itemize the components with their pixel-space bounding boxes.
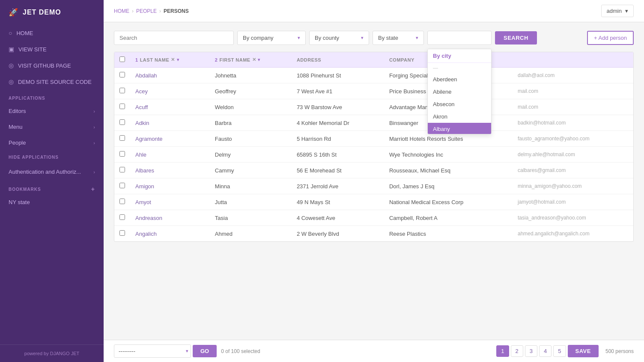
last-name-link[interactable]: Amigon <box>135 183 154 190</box>
address-cell: 4 Cowesett Ave <box>292 210 384 226</box>
email-cell: mail.com <box>513 99 633 115</box>
sidebar-item-auth[interactable]: Authentication and Authoriz... › <box>0 164 104 180</box>
select-all-checkbox[interactable] <box>119 56 125 62</box>
by-state-dropdown[interactable]: By state ▾ <box>373 31 424 45</box>
by-company-dropdown[interactable]: By company ▾ <box>237 31 306 45</box>
page-button-1[interactable]: 1 <box>496 345 509 357</box>
bulk-action-select[interactable]: --------- <box>114 344 191 358</box>
email-cell: tasia_andreason@yahoo.com <box>513 210 633 226</box>
row-checkbox[interactable] <box>119 151 125 157</box>
company-cell: National Medical Excess Corp <box>384 194 513 210</box>
first-name-header[interactable]: 2 FIRST NAME ✕ ▾ <box>210 52 292 68</box>
city-option-absecon[interactable]: Absecon <box>428 98 491 110</box>
first-name-cell: Tasia <box>210 210 292 226</box>
sidebar-nav: ○ HOME ▣ VIEW SITE ◎ VISIT GITHUB PAGE ◎… <box>0 25 104 344</box>
city-option-aberdeen[interactable]: Aberdeen <box>428 73 491 86</box>
add-bookmark-icon[interactable]: + <box>91 186 95 193</box>
hide-apps-label[interactable]: HIDE APPLICATIONS <box>0 151 104 164</box>
last-name-header[interactable]: 1 LAST NAME ✕ ▾ <box>130 52 210 68</box>
address-label: ADDRESS <box>297 57 321 62</box>
page-button-5[interactable]: 5 <box>553 345 566 357</box>
first-name-sort-arrow[interactable]: ▾ <box>258 57 260 62</box>
row-checkbox[interactable] <box>119 119 125 125</box>
row-checkbox-cell[interactable] <box>114 99 130 115</box>
row-checkbox-cell[interactable] <box>114 194 130 210</box>
first-name-cell: Johnetta <box>210 68 292 83</box>
last-name-link[interactable]: Adkin <box>135 120 149 126</box>
row-checkbox-cell[interactable] <box>114 147 130 163</box>
admin-dropdown[interactable]: admin ▾ <box>601 5 634 17</box>
sidebar-item-github[interactable]: ◎ VISIT GITHUB PAGE <box>0 57 104 74</box>
search-button[interactable]: SEARCH <box>495 31 537 45</box>
sidebar-item-menu[interactable]: Menu › <box>0 119 104 135</box>
row-checkbox-cell[interactable] <box>114 131 130 147</box>
row-checkbox[interactable] <box>119 230 125 236</box>
first-name-cell: Weldon <box>210 99 292 115</box>
persons-table-container: 1 LAST NAME ✕ ▾ 2 FIRST NAME ✕ ▾ <box>114 52 634 242</box>
row-checkbox[interactable] <box>119 199 125 204</box>
row-checkbox[interactable] <box>119 88 125 93</box>
breadcrumb-people[interactable]: PEOPLE <box>136 8 157 14</box>
last-name-link[interactable]: Acey <box>135 88 148 95</box>
last-name-link[interactable]: Agramonte <box>135 136 163 142</box>
row-checkbox-cell[interactable] <box>114 210 130 226</box>
email-cell: badkin@hotmail.com <box>513 115 633 131</box>
row-checkbox-cell[interactable] <box>114 226 130 242</box>
city-option-albany[interactable]: Albany <box>428 123 491 134</box>
admin-chevron-icon: ▾ <box>625 8 628 14</box>
bookmark-ny-state[interactable]: NY state <box>0 195 104 209</box>
last-name-link[interactable]: Abdallah <box>135 72 157 79</box>
last-name-cell: Agramonte <box>130 131 210 147</box>
search-input[interactable] <box>114 31 234 45</box>
city-option-abilene[interactable]: Abilene <box>428 86 491 98</box>
email-header <box>513 52 633 68</box>
address-cell: 7 West Ave #1 <box>292 83 384 99</box>
select-all-header[interactable] <box>114 52 130 68</box>
address-cell: 2371 Jerrold Ave <box>292 178 384 194</box>
row-checkbox[interactable] <box>119 72 125 77</box>
row-checkbox-cell[interactable] <box>114 68 130 83</box>
sidebar-item-demo-source[interactable]: ◎ DEMO SITE SOURCE CODE <box>0 74 104 90</box>
save-button[interactable]: SAVE <box>568 345 599 357</box>
go-button[interactable]: GO <box>193 345 217 357</box>
last-name-link[interactable]: Acuff <box>135 104 148 110</box>
last-name-link[interactable]: Angalich <box>135 231 157 237</box>
email-cell: dallah@aol.com <box>513 68 633 83</box>
table-row: Acey Geoffrey 7 West Ave #1 Price Busine… <box>114 83 633 99</box>
sidebar-item-editors[interactable]: Editors › <box>0 103 104 119</box>
last-name-cell: Acey <box>130 83 210 99</box>
city-option-akron[interactable]: Akron <box>428 110 491 123</box>
page-button-2[interactable]: 2 <box>511 345 523 357</box>
city-input[interactable] <box>427 31 492 45</box>
last-name-sort-x[interactable]: ✕ <box>171 57 175 62</box>
page-button-3[interactable]: 3 <box>525 345 537 357</box>
row-checkbox-cell[interactable] <box>114 163 130 178</box>
sidebar-item-home[interactable]: ○ HOME <box>0 25 104 41</box>
row-checkbox[interactable] <box>119 135 125 141</box>
row-checkbox[interactable] <box>119 214 125 220</box>
last-name-cell: Albares <box>130 163 210 178</box>
address-header: ADDRESS <box>292 52 384 68</box>
last-name-sort-arrow[interactable]: ▾ <box>177 57 179 62</box>
row-checkbox[interactable] <box>119 104 125 109</box>
sidebar-item-view-site[interactable]: ▣ VIEW SITE <box>0 41 104 57</box>
row-checkbox-cell[interactable] <box>114 178 130 194</box>
breadcrumb-home[interactable]: HOME <box>114 8 129 14</box>
add-person-button[interactable]: + Add person <box>587 31 634 45</box>
bookmarks-header: BOOKMARKS + <box>0 180 104 195</box>
last-name-link[interactable]: Amyot <box>135 199 151 205</box>
sidebar: 🚀 JET DEMO ○ HOME ▣ VIEW SITE ◎ VISIT GI… <box>0 0 104 362</box>
row-checkbox[interactable] <box>119 167 125 172</box>
row-checkbox-cell[interactable] <box>114 83 130 99</box>
last-name-link[interactable]: Ahle <box>135 151 146 158</box>
table-row: Abdallah Johnetta 1088 Pinehurst St Forg… <box>114 68 633 83</box>
page-button-4[interactable]: 4 <box>539 345 552 357</box>
by-county-dropdown[interactable]: By county ▾ <box>309 31 369 45</box>
row-checkbox[interactable] <box>119 183 125 188</box>
last-name-link[interactable]: Albares <box>135 167 154 174</box>
sidebar-item-people[interactable]: People › <box>0 135 104 151</box>
last-name-link[interactable]: Andreason <box>135 215 162 221</box>
main-content: HOME › PEOPLE › PERSONS admin ▾ By compa… <box>104 0 644 362</box>
first-name-sort-x[interactable]: ✕ <box>252 57 256 62</box>
row-checkbox-cell[interactable] <box>114 115 130 131</box>
